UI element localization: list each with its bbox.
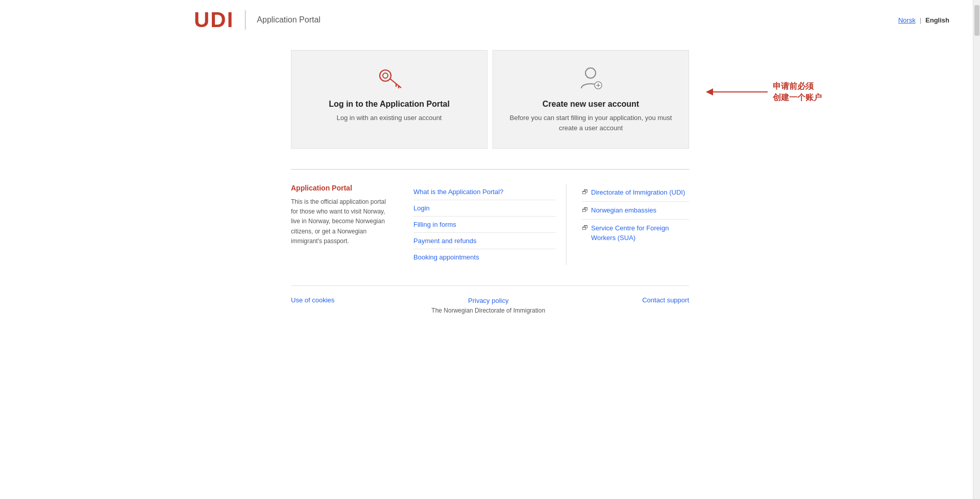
contact-support-link[interactable]: Contact support: [642, 296, 689, 304]
privacy-policy-link[interactable]: Privacy policy: [468, 297, 508, 304]
add-user-icon: [579, 66, 603, 91]
use-of-cookies-link[interactable]: Use of cookies: [291, 296, 334, 304]
create-account-card-title: Create new user account: [543, 100, 639, 109]
create-account-card[interactable]: Create new user account Before you can s…: [493, 50, 689, 149]
language-switcher: Norsk | English: [898, 16, 960, 24]
footer-nav-link-1[interactable]: Login: [413, 200, 556, 217]
ext-link-label-0: Directorate of Immigration (UDI): [591, 188, 685, 197]
annotation: 申请前必须 创建一个账户: [706, 81, 822, 104]
scrollbar-track[interactable]: [973, 0, 980, 499]
footer-title: Application Portal: [291, 184, 393, 192]
cards-section: Log in to the Application Portal Log in …: [291, 50, 689, 149]
udi-logo: UDI: [194, 9, 234, 31]
annotation-arrow: [706, 91, 768, 92]
ext-link-label-2: Service Centre for Foreign Workers (SUA): [591, 224, 689, 242]
scrollbar-thumb[interactable]: [974, 5, 979, 36]
external-link-icon-0: 🗗: [582, 188, 588, 196]
page-header: UDI Application Portal Norsk | English: [0, 0, 980, 40]
login-card-title: Log in to the Application Portal: [329, 100, 450, 109]
bottom-center: Privacy policy The Norwegian Directorate…: [431, 296, 545, 314]
lang-norsk-link[interactable]: Norsk: [898, 16, 916, 24]
footer-col-left: Application Portal This is the official …: [291, 184, 403, 265]
section-divider: [291, 169, 689, 170]
main-content: Log in to the Application Portal Log in …: [291, 40, 689, 335]
cards-row: Log in to the Application Portal Log in …: [291, 50, 689, 149]
footer-col-mid: What is the Application Portal? Login Fi…: [403, 184, 567, 265]
ext-link-1[interactable]: 🗗 Norwegian embassies: [582, 202, 689, 220]
portal-subtitle: Application Portal: [257, 15, 321, 25]
ext-link-label-1: Norwegian embassies: [591, 206, 656, 215]
login-card[interactable]: Log in to the Application Portal Log in …: [291, 50, 487, 149]
footer-nav-link-4[interactable]: Booking appointments: [413, 249, 556, 265]
lang-divider: |: [920, 16, 921, 24]
svg-point-0: [380, 70, 391, 81]
create-account-card-desc: Before you can start filling in your app…: [503, 113, 678, 133]
footer-content: Application Portal This is the official …: [291, 184, 689, 265]
annotation-text: 申请前必须 创建一个账户: [773, 81, 822, 104]
external-link-icon-1: 🗗: [582, 206, 588, 213]
ext-link-2[interactable]: 🗗 Service Centre for Foreign Workers (SU…: [582, 220, 689, 246]
key-icon: [377, 66, 402, 91]
footer-nav-link-3[interactable]: Payment and refunds: [413, 233, 556, 249]
bottom-bar: Use of cookies Privacy policy The Norweg…: [291, 286, 689, 314]
footer-desc: This is the official application portal …: [291, 197, 393, 246]
lang-english-link[interactable]: English: [925, 16, 949, 24]
logo-area: UDI Application Portal: [194, 9, 321, 31]
svg-point-5: [585, 68, 596, 78]
ext-link-0[interactable]: 🗗 Directorate of Immigration (UDI): [582, 184, 689, 202]
svg-point-1: [383, 73, 388, 78]
footer-col-right: 🗗 Directorate of Immigration (UDI) 🗗 Nor…: [567, 184, 689, 265]
footer-nav-link-2[interactable]: Filling in forms: [413, 217, 556, 233]
org-name: The Norwegian Directorate of Immigration: [431, 307, 545, 314]
login-card-desc: Log in with an existing user account: [337, 113, 442, 123]
external-link-icon-2: 🗗: [582, 224, 588, 231]
footer-nav-link-0[interactable]: What is the Application Portal?: [413, 184, 556, 200]
logo-divider: [245, 10, 246, 30]
